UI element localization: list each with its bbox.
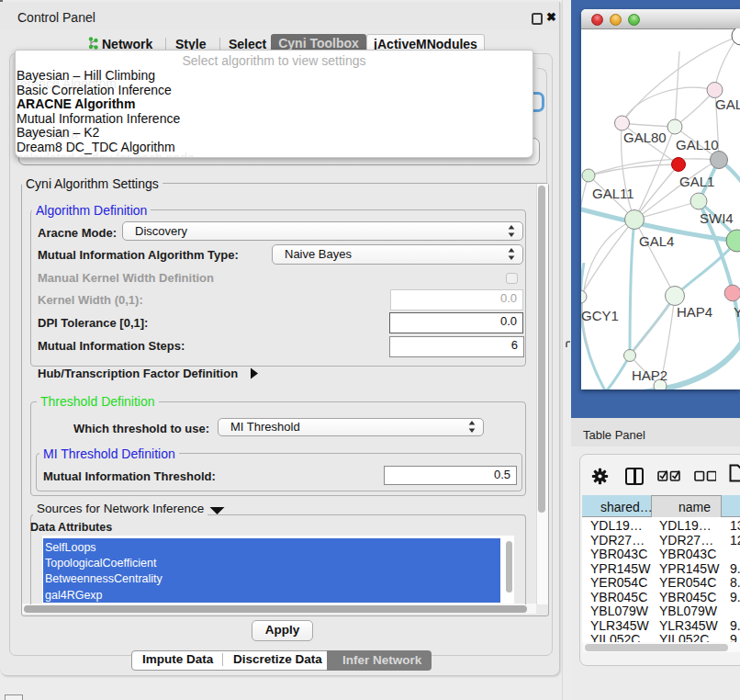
svg-text:GAL80: GAL80	[623, 130, 667, 145]
svg-text:SWI4: SWI4	[700, 210, 734, 226]
svg-text:GCY1: GCY1	[581, 308, 619, 323]
svg-text:GAL1: GAL1	[679, 174, 714, 189]
svg-text:GAL10: GAL10	[676, 137, 719, 152]
svg-text:HAP4: HAP4	[677, 304, 712, 320]
svg-text:GAL2: GAL2	[715, 96, 740, 112]
svg-text:GAL4: GAL4	[639, 233, 674, 249]
svg-text:GAL11: GAL11	[592, 186, 634, 201]
svg-text:Y: Y	[734, 304, 740, 320]
svg-text:HAP2: HAP2	[632, 367, 667, 383]
